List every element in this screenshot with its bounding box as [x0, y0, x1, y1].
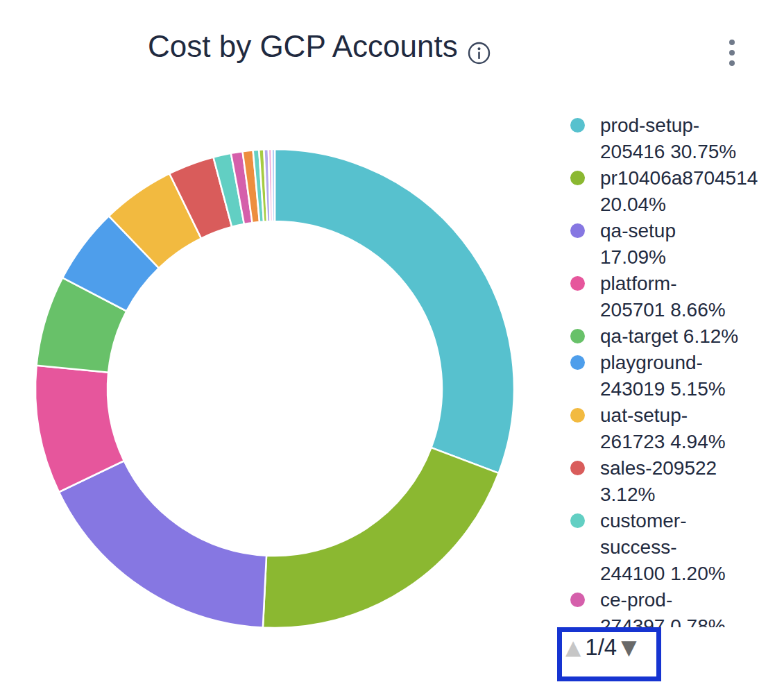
donut-segment[interactable]: [275, 149, 514, 473]
legend-item-label: sales-209522 3.12%: [600, 455, 783, 508]
legend-item-label: qa-target 6.12%: [600, 323, 783, 350]
legend-color-dot: [570, 276, 585, 291]
legend-color-dot: [570, 118, 585, 133]
legend-color-dot: [570, 171, 585, 185]
legend-color-dot: [570, 355, 585, 370]
legend-color-dot: [570, 223, 585, 238]
legend-page-indicator: 1/4: [585, 633, 617, 661]
donut-segment[interactable]: [263, 448, 499, 628]
legend-item-label: customer- success- 244100 1.20%: [600, 508, 783, 587]
legend-item[interactable]: prod-setup- 205416 30.75%: [570, 112, 783, 165]
donut-segment[interactable]: [59, 461, 266, 627]
legend-next-button[interactable]: ▼: [621, 633, 636, 661]
legend-item[interactable]: platform- 205701 8.66%: [570, 271, 783, 323]
legend-item-label: qa-setup 17.09%: [600, 218, 783, 271]
legend-item-label: uat-setup- 261723 4.94%: [600, 402, 783, 455]
legend-item[interactable]: playground- 243019 5.15%: [570, 350, 783, 402]
legend-item[interactable]: qa-target 6.12%: [570, 323, 783, 350]
legend-item[interactable]: qa-setup 17.09%: [570, 218, 783, 271]
legend-item[interactable]: customer- success- 244100 1.20%: [570, 508, 783, 587]
donut-segment[interactable]: [272, 149, 275, 221]
legend-item-label: platform- 205701 8.66%: [600, 271, 783, 323]
legend-item[interactable]: uat-setup- 261723 4.94%: [570, 402, 783, 455]
legend-item[interactable]: sales-209522 3.12%: [570, 455, 783, 508]
chart-widget: Cost by GCP Accounts prod-setup- 205416 …: [0, 0, 784, 698]
legend-prev-button[interactable]: ▲: [565, 633, 581, 661]
legend-item[interactable]: ce-prod- 274397 0.78%: [570, 587, 783, 627]
legend-item-label: playground- 243019 5.15%: [600, 350, 783, 402]
legend-item-label: ce-prod- 274397 0.78%: [600, 587, 783, 627]
legend-color-dot: [570, 329, 585, 343]
legend-color-dot: [570, 408, 585, 423]
legend-color-dot: [570, 593, 585, 607]
legend-color-dot: [570, 461, 585, 475]
legend: prod-setup- 205416 30.75%pr10406a8704514…: [570, 112, 783, 627]
legend-color-dot: [570, 513, 585, 528]
legend-item[interactable]: pr10406a8704514 20.04%: [570, 165, 783, 218]
legend-pagination: ▲ 1/4 ▼: [557, 627, 661, 681]
legend-item-label: pr10406a8704514 20.04%: [600, 165, 783, 218]
legend-item-label: prod-setup- 205416 30.75%: [600, 112, 783, 165]
